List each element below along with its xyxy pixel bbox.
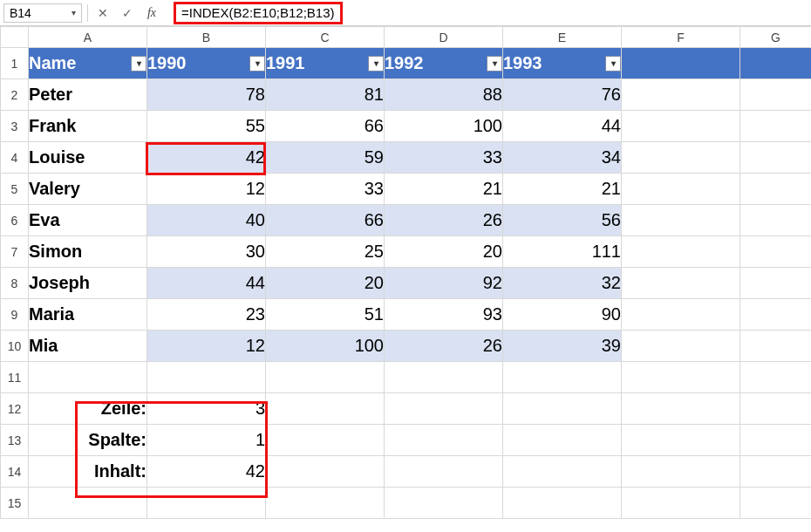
spalte-label-cell[interactable]: Spalte: (29, 425, 147, 456)
data-cell[interactable]: 21 (385, 174, 503, 205)
name-cell[interactable]: Eva (29, 205, 147, 236)
col-head-c[interactable]: C (266, 27, 385, 48)
name-cell[interactable]: Maria (29, 299, 147, 331)
data-cell[interactable]: 44 (147, 268, 266, 299)
cell[interactable] (622, 205, 740, 236)
data-cell[interactable]: 100 (385, 111, 503, 142)
row-head[interactable]: 10 (1, 331, 29, 362)
cell[interactable] (740, 48, 812, 79)
data-cell[interactable]: 92 (385, 268, 503, 299)
data-cell[interactable]: 34 (503, 142, 622, 174)
cell[interactable] (266, 393, 385, 425)
data-cell[interactable]: 66 (266, 205, 385, 236)
name-cell[interactable]: Louise (29, 142, 147, 174)
cell[interactable] (740, 111, 812, 142)
cell[interactable] (385, 362, 503, 393)
data-cell[interactable]: 39 (503, 331, 622, 362)
data-cell[interactable]: 20 (266, 268, 385, 299)
cell[interactable] (622, 111, 740, 142)
cell[interactable] (385, 425, 503, 456)
data-cell[interactable]: 12 (147, 331, 266, 362)
cell[interactable] (622, 488, 740, 519)
spalte-value-cell[interactable]: 1 (147, 425, 266, 456)
filter-button[interactable]: ▾ (131, 56, 147, 72)
cell[interactable] (622, 142, 740, 174)
cell[interactable] (503, 425, 622, 456)
col-head-f[interactable]: F (622, 27, 740, 48)
cell[interactable] (503, 362, 622, 393)
formula-input[interactable]: =INDEX(B2:E10;B12;B13) (167, 3, 808, 23)
name-cell[interactable]: Mia (29, 331, 147, 362)
cancel-formula-button[interactable]: ✕ (93, 3, 112, 23)
data-cell[interactable]: 90 (503, 299, 622, 331)
cell[interactable] (385, 393, 503, 425)
inhalt-label-cell[interactable]: Inhalt: (29, 456, 147, 488)
row-head[interactable]: 5 (1, 174, 29, 205)
worksheet[interactable]: A B C D E F G 1 Name▾ 1990▾ 1991▾ 1992▾ … (0, 26, 811, 519)
data-cell[interactable]: 78 (147, 79, 266, 111)
data-cell[interactable]: 21 (503, 174, 622, 205)
cell[interactable] (385, 488, 503, 519)
col-head-d[interactable]: D (385, 27, 503, 48)
row-head[interactable]: 3 (1, 111, 29, 142)
row-head[interactable]: 7 (1, 236, 29, 268)
name-cell[interactable]: Valery (29, 174, 147, 205)
header-year-1993[interactable]: 1993▾ (503, 48, 622, 79)
cell[interactable] (622, 48, 740, 79)
zeile-label-cell[interactable]: Zeile: (29, 393, 147, 425)
zeile-value-cell[interactable]: 3 (147, 393, 266, 425)
cell[interactable] (29, 488, 147, 519)
cell[interactable] (740, 331, 812, 362)
data-cell[interactable]: 42 (147, 142, 266, 174)
data-cell[interactable]: 55 (147, 111, 266, 142)
insert-function-button[interactable]: fx (142, 3, 161, 23)
select-all-corner[interactable] (1, 27, 29, 48)
data-cell[interactable]: 12 (147, 174, 266, 205)
cell[interactable] (740, 425, 812, 456)
cell[interactable] (740, 236, 812, 268)
data-cell[interactable]: 26 (385, 331, 503, 362)
col-head-b[interactable]: B (147, 27, 266, 48)
cell[interactable] (147, 362, 266, 393)
cell[interactable] (622, 268, 740, 299)
cell[interactable] (740, 456, 812, 488)
confirm-formula-button[interactable]: ✓ (118, 3, 137, 23)
row-head[interactable]: 13 (1, 425, 29, 456)
cell[interactable] (29, 362, 147, 393)
data-cell[interactable]: 33 (385, 142, 503, 174)
cell[interactable] (622, 425, 740, 456)
row-head[interactable]: 9 (1, 299, 29, 331)
row-head[interactable]: 4 (1, 142, 29, 174)
cell[interactable] (266, 362, 385, 393)
data-cell[interactable]: 30 (147, 236, 266, 268)
inhalt-value-cell[interactable]: 42 (147, 456, 266, 488)
cell[interactable] (622, 456, 740, 488)
name-cell[interactable]: Frank (29, 111, 147, 142)
cell[interactable] (266, 456, 385, 488)
data-cell[interactable]: 20 (385, 236, 503, 268)
col-head-g[interactable]: G (740, 27, 812, 48)
row-head-1[interactable]: 1 (1, 48, 29, 79)
data-cell[interactable]: 23 (147, 299, 266, 331)
data-cell[interactable]: 26 (385, 205, 503, 236)
name-cell[interactable]: Joseph (29, 268, 147, 299)
data-cell[interactable]: 25 (266, 236, 385, 268)
cell[interactable] (503, 488, 622, 519)
row-head[interactable]: 15 (1, 488, 29, 519)
cell[interactable] (147, 488, 266, 519)
row-head[interactable]: 6 (1, 205, 29, 236)
cell[interactable] (266, 488, 385, 519)
row-head[interactable]: 11 (1, 362, 29, 393)
filter-button[interactable]: ▾ (368, 56, 384, 72)
col-head-e[interactable]: E (503, 27, 622, 48)
cell[interactable] (622, 331, 740, 362)
header-year-1991[interactable]: 1991▾ (266, 48, 385, 79)
header-name-cell[interactable]: Name▾ (29, 48, 147, 79)
cell[interactable] (740, 205, 812, 236)
cell[interactable] (622, 79, 740, 111)
cell[interactable] (740, 268, 812, 299)
cell[interactable] (503, 393, 622, 425)
name-cell[interactable]: Peter (29, 79, 147, 111)
cell[interactable] (740, 393, 812, 425)
data-cell[interactable]: 76 (503, 79, 622, 111)
